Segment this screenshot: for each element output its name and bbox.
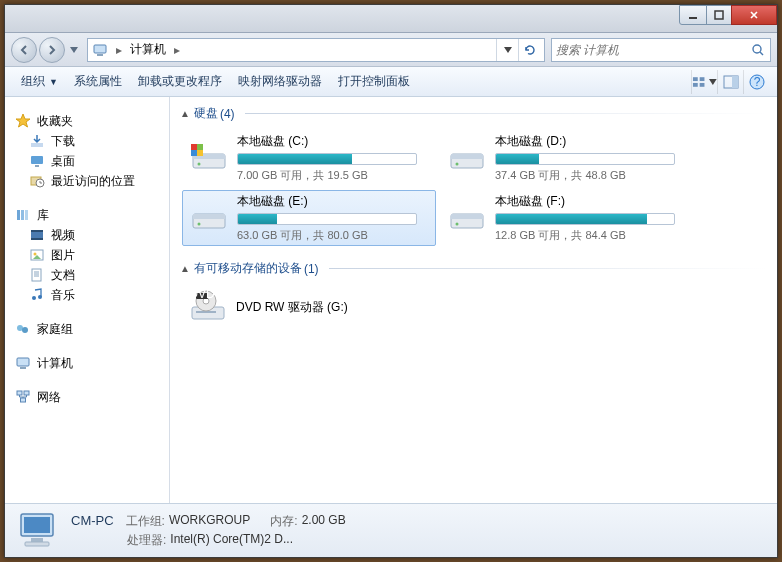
svg-rect-3: [97, 54, 103, 56]
group-header-removable[interactable]: ▲ 有可移动存储的设备 (1): [180, 260, 767, 277]
drive-e[interactable]: 本地磁盘 (E:) 63.0 GB 可用，共 80.0 GB: [182, 190, 436, 246]
svg-rect-23: [31, 238, 43, 240]
sidebar-pictures[interactable]: 图片: [9, 245, 169, 265]
sidebar-favorites[interactable]: 收藏夹: [9, 111, 169, 131]
navigation-bar: ▸ 计算机 ▸: [5, 33, 777, 67]
memory-label: 内存:: [270, 513, 297, 530]
svg-rect-26: [32, 269, 41, 281]
workgroup-value: WORKGROUP: [169, 513, 250, 530]
view-mode-button[interactable]: [691, 70, 717, 94]
memory-value: 2.00 GB: [302, 513, 346, 530]
svg-rect-50: [451, 214, 483, 219]
svg-rect-20: [25, 210, 28, 220]
svg-text:?: ?: [753, 75, 760, 89]
cpu-value: Intel(R) Core(TM)2 D...: [170, 532, 293, 549]
recent-icon: [29, 173, 45, 189]
system-properties-button[interactable]: 系统属性: [66, 70, 130, 94]
svg-rect-8: [700, 82, 705, 86]
svg-rect-10: [732, 76, 738, 88]
organize-menu[interactable]: 组织▼: [13, 70, 66, 94]
sidebar-documents[interactable]: 文档: [9, 265, 169, 285]
sidebar-recent[interactable]: 最近访问的位置: [9, 171, 169, 191]
optical-drive-g[interactable]: DVD DVD RW 驱动器 (G:): [182, 285, 436, 333]
svg-rect-41: [191, 150, 197, 156]
computer-name: CM-PC: [71, 513, 114, 528]
sidebar-label: 下载: [51, 133, 75, 150]
sidebar-label: 文档: [51, 267, 75, 284]
svg-rect-40: [197, 144, 203, 150]
close-button[interactable]: [731, 5, 777, 25]
svg-point-48: [198, 223, 201, 226]
drive-usage-text: 37.4 GB 可用，共 48.8 GB: [495, 168, 689, 183]
drive-name: 本地磁盘 (E:): [237, 193, 431, 210]
drive-c[interactable]: 本地磁盘 (C:) 7.00 GB 可用，共 19.5 GB: [182, 130, 436, 186]
open-control-panel-button[interactable]: 打开控制面板: [330, 70, 418, 94]
network-icon: [15, 389, 31, 405]
sidebar-downloads[interactable]: 下载: [9, 131, 169, 151]
libraries-icon: [15, 207, 31, 223]
collapse-icon: ▲: [180, 263, 190, 274]
sidebar-music[interactable]: 音乐: [9, 285, 169, 305]
svg-rect-19: [21, 210, 24, 220]
dvd-drive-icon: DVD: [186, 287, 230, 331]
help-button[interactable]: ?: [743, 70, 769, 94]
hdd-icon: [187, 136, 231, 180]
pictures-icon: [29, 247, 45, 263]
sidebar-label: 收藏夹: [37, 113, 73, 130]
documents-icon: [29, 267, 45, 283]
divider: [329, 268, 767, 269]
sidebar-videos[interactable]: 视频: [9, 225, 169, 245]
breadcrumb-separator[interactable]: ▸: [112, 43, 126, 57]
map-network-drive-button[interactable]: 映射网络驱动器: [230, 70, 330, 94]
nav-history-dropdown[interactable]: [67, 40, 81, 60]
sidebar-label: 计算机: [37, 355, 73, 372]
sidebar-computer[interactable]: 计算机: [9, 353, 169, 373]
maximize-button[interactable]: [706, 5, 732, 25]
group-header-drives[interactable]: ▲ 硬盘 (4): [180, 105, 767, 122]
svg-point-4: [753, 45, 761, 53]
drive-f[interactable]: 本地磁盘 (F:) 12.8 GB 可用，共 84.4 GB: [440, 190, 694, 246]
back-button[interactable]: [11, 37, 37, 63]
drive-name: DVD RW 驱动器 (G:): [236, 299, 432, 316]
svg-rect-7: [693, 82, 698, 86]
address-bar[interactable]: ▸ 计算机 ▸: [87, 38, 545, 62]
svg-point-51: [456, 223, 459, 226]
breadcrumb-computer[interactable]: 计算机: [126, 39, 170, 61]
svg-point-27: [32, 296, 36, 300]
sidebar-label: 家庭组: [37, 321, 73, 338]
usage-bar: [495, 213, 675, 225]
collapse-icon: ▲: [180, 108, 190, 119]
videos-icon: [29, 227, 45, 243]
sidebar-label: 网络: [37, 389, 61, 406]
uninstall-programs-button[interactable]: 卸载或更改程序: [130, 70, 230, 94]
svg-rect-32: [20, 367, 26, 369]
search-box[interactable]: [551, 38, 771, 62]
svg-rect-61: [25, 542, 49, 546]
divider: [245, 113, 767, 114]
sidebar-libraries[interactable]: 库: [9, 205, 169, 225]
sidebar-desktop[interactable]: 桌面: [9, 151, 169, 171]
preview-pane-button[interactable]: [717, 70, 743, 94]
hdd-icon: [445, 136, 489, 180]
hdd-icon: [187, 196, 231, 240]
forward-button[interactable]: [39, 37, 65, 63]
search-input[interactable]: [556, 43, 750, 57]
details-pane: CM-PC 工作组: WORKGROUP 内存: 2.00 GB 处理器: In…: [5, 503, 777, 557]
workgroup-label: 工作组:: [126, 513, 165, 530]
minimize-button[interactable]: [679, 5, 707, 25]
drive-name: 本地磁盘 (C:): [237, 133, 431, 150]
sidebar-label: 库: [37, 207, 49, 224]
drive-usage-text: 12.8 GB 可用，共 84.4 GB: [495, 228, 689, 243]
svg-text:DVD: DVD: [189, 287, 215, 301]
svg-rect-59: [24, 517, 50, 533]
refresh-button[interactable]: [518, 39, 540, 61]
address-dropdown[interactable]: [496, 39, 518, 61]
computer-icon: [15, 355, 31, 371]
search-icon[interactable]: [750, 42, 766, 58]
drive-d[interactable]: 本地磁盘 (D:) 37.4 GB 可用，共 48.8 GB: [440, 130, 694, 186]
sidebar-homegroup[interactable]: 家庭组: [9, 319, 169, 339]
sidebar-network[interactable]: 网络: [9, 387, 169, 407]
explorer-window: ▸ 计算机 ▸ 组织▼ 系统属性 卸载或更改程序 映射网络驱动器 打开控制面板 …: [4, 4, 778, 558]
sidebar-label: 视频: [51, 227, 75, 244]
breadcrumb-separator[interactable]: ▸: [170, 43, 184, 57]
